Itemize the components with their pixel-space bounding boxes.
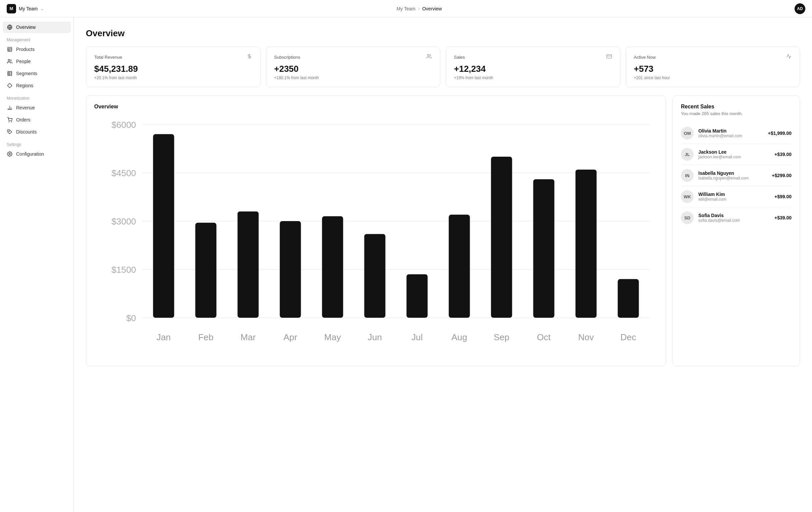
chart-title: Overview bbox=[94, 104, 658, 110]
svg-text:Jan: Jan bbox=[156, 332, 171, 342]
sale-name-2: Isabella Nguyen bbox=[698, 170, 767, 176]
sale-item-2: IN Isabella Nguyen isabella.nguyen@email… bbox=[681, 165, 791, 186]
svg-marker-11 bbox=[7, 83, 12, 87]
stat-card-sub-2: +19% from last month bbox=[454, 76, 612, 80]
sale-info-2: Isabella Nguyen isabella.nguyen@email.co… bbox=[698, 170, 767, 181]
stat-card-sub-3: +201 since last hour bbox=[634, 76, 792, 80]
stat-card-label-0: Total Revenue bbox=[94, 55, 122, 60]
sidebar-item-people[interactable]: People bbox=[3, 56, 71, 67]
svg-text:Jul: Jul bbox=[411, 332, 423, 342]
sidebar-item-regions[interactable]: Regions bbox=[3, 80, 71, 91]
svg-text:Sep: Sep bbox=[494, 332, 510, 342]
stat-card-value-2: +12,234 bbox=[454, 64, 612, 74]
chevron-down-icon: ⌄ bbox=[40, 6, 44, 11]
sale-amount-2: +$299.00 bbox=[772, 173, 791, 178]
sale-amount-4: +$39.00 bbox=[775, 215, 791, 220]
svg-text:$3000: $3000 bbox=[111, 216, 136, 226]
table-icon bbox=[7, 71, 13, 77]
users-icon bbox=[7, 58, 13, 64]
pulse-icon bbox=[786, 54, 791, 60]
barchart-icon bbox=[7, 105, 13, 111]
sidebar-item-label-orders: Orders bbox=[16, 117, 30, 123]
sidebar-section-monetization: Monetization bbox=[3, 92, 71, 102]
sale-info-3: William Kim will@email.com bbox=[698, 192, 770, 201]
stat-card-header-1: Subscriptions bbox=[274, 54, 432, 60]
sale-info-1: Jackson Lee jackson.lee@email.com bbox=[698, 149, 770, 159]
sidebar-item-discounts[interactable]: Discounts bbox=[3, 126, 71, 138]
sale-item-1: JL Jackson Lee jackson.lee@email.com +$3… bbox=[681, 144, 791, 165]
chart-card: Overview $6000$4500$3000$1500$0 JanFebMa… bbox=[86, 95, 666, 367]
sales-list: OM Olivia Martin olivia.martin@email.com… bbox=[681, 123, 791, 228]
sidebar-item-label-discounts: Discounts bbox=[16, 129, 36, 135]
svg-text:$4500: $4500 bbox=[111, 168, 136, 178]
bar-5 bbox=[365, 234, 385, 318]
cart-icon bbox=[7, 117, 13, 123]
svg-text:Jun: Jun bbox=[368, 332, 382, 342]
stat-card-value-3: +573 bbox=[634, 64, 792, 74]
svg-text:May: May bbox=[324, 332, 341, 342]
sale-item-4: SD Sofia Davis sofia.davis@email.com +$3… bbox=[681, 207, 791, 228]
card-icon bbox=[607, 54, 612, 60]
svg-text:Mar: Mar bbox=[240, 332, 256, 342]
sidebar-item-label-people: People bbox=[16, 59, 31, 64]
bar-8 bbox=[491, 157, 512, 318]
bar-7 bbox=[449, 215, 470, 318]
main-layout: OverviewManagementProductsPeopleSegments… bbox=[0, 18, 812, 512]
svg-point-19 bbox=[9, 153, 10, 155]
sale-email-4: sofia.davis@email.com bbox=[698, 218, 770, 223]
diamond-icon bbox=[7, 83, 13, 88]
svg-point-18 bbox=[9, 131, 10, 132]
stat-cards-grid: Total Revenue $45,231.89 +20.1% from las… bbox=[86, 47, 800, 87]
sidebar-item-configuration[interactable]: Configuration bbox=[3, 148, 71, 160]
sidebar-item-label-overview: Overview bbox=[16, 25, 35, 30]
content-area: Overview Total Revenue $45,231.89 +20.1%… bbox=[74, 18, 812, 512]
sale-email-3: will@email.com bbox=[698, 197, 770, 201]
sale-avatar-2: IN bbox=[681, 169, 694, 182]
svg-text:Feb: Feb bbox=[198, 332, 213, 342]
bar-4 bbox=[322, 216, 343, 318]
sale-item-3: WK William Kim will@email.com +$99.00 bbox=[681, 186, 791, 207]
stat-card-sub-0: +20.1% from last month bbox=[94, 76, 252, 80]
sidebar-item-revenue[interactable]: Revenue bbox=[3, 102, 71, 113]
breadcrumb-current: Overview bbox=[422, 6, 441, 11]
sidebar-item-orders[interactable]: Orders bbox=[3, 114, 71, 126]
sale-email-1: jackson.lee@email.com bbox=[698, 155, 770, 159]
stat-card-label-2: Sales bbox=[454, 55, 465, 60]
svg-point-16 bbox=[9, 122, 9, 122]
chart-svg: $6000$4500$3000$1500$0 JanFebMarAprMayJu… bbox=[94, 116, 658, 358]
sale-avatar-0: OM bbox=[681, 127, 694, 140]
sale-name-4: Sofia Davis bbox=[698, 213, 770, 218]
svg-text:Dec: Dec bbox=[620, 332, 636, 342]
user-avatar[interactable]: AD bbox=[794, 3, 805, 14]
bar-3 bbox=[280, 221, 301, 318]
top-bar: M My Team ⌄ My Team > Overview AD bbox=[0, 0, 812, 18]
sale-amount-3: +$99.00 bbox=[775, 194, 791, 199]
stat-card-header-0: Total Revenue bbox=[94, 54, 252, 60]
svg-point-17 bbox=[11, 122, 12, 122]
stat-card-sub-1: +180.1% from last month bbox=[274, 76, 432, 80]
sale-amount-1: +$39.00 bbox=[775, 152, 791, 157]
sidebar-item-overview[interactable]: Overview bbox=[3, 22, 71, 33]
team-name-label: My Team bbox=[19, 6, 38, 11]
bar-1 bbox=[196, 223, 216, 318]
bar-2 bbox=[238, 211, 259, 318]
sale-name-3: William Kim bbox=[698, 192, 770, 197]
sidebar-item-segments[interactable]: Segments bbox=[3, 68, 71, 79]
stat-card-0: Total Revenue $45,231.89 +20.1% from las… bbox=[86, 47, 261, 87]
bar-6 bbox=[407, 274, 428, 318]
sidebar-section-settings: Settings bbox=[3, 138, 71, 148]
sidebar-section-management: Management bbox=[3, 33, 71, 44]
sidebar-item-label-products: Products bbox=[16, 47, 34, 52]
breadcrumb-separator: > bbox=[417, 6, 420, 11]
sale-avatar-1: JL bbox=[681, 148, 694, 161]
sale-email-0: olivia.martin@email.com bbox=[698, 134, 763, 138]
svg-point-6 bbox=[8, 59, 10, 61]
sidebar-item-products[interactable]: Products bbox=[3, 44, 71, 55]
bar-0 bbox=[153, 134, 174, 318]
page-title: Overview bbox=[86, 28, 800, 38]
svg-text:Apr: Apr bbox=[283, 332, 297, 342]
bar-10 bbox=[576, 169, 597, 318]
sale-info-0: Olivia Martin olivia.martin@email.com bbox=[698, 128, 763, 138]
sale-item-0: OM Olivia Martin olivia.martin@email.com… bbox=[681, 123, 791, 144]
breadcrumb: My Team > Overview bbox=[397, 6, 442, 11]
